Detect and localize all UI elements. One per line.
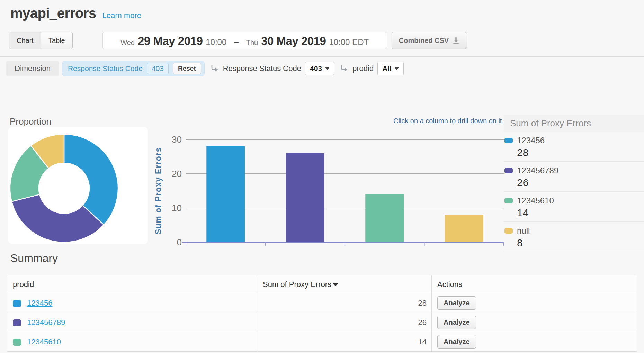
proxy-errors-bar-chart: 0102030Sum of Proxy Errors: [145, 116, 507, 249]
date-range-button[interactable]: Wed 29 May 2019 10:00 – Thu 30 May 2019 …: [102, 32, 387, 49]
column-header-actions: Actions: [432, 275, 637, 293]
ytick-label-0: 0: [177, 237, 182, 247]
row-value: 14: [257, 332, 432, 352]
chart-legend: Sum of Proxy Errors 123456 28 123456789 …: [504, 115, 644, 252]
legend-title: Sum of Proxy Errors: [504, 115, 644, 132]
legend-item: 123456789 26: [504, 162, 644, 192]
chevron-down-icon: [325, 67, 329, 70]
start-date: 29 May 2019: [138, 35, 203, 48]
analytics-dashboard: myapi_errors Learn more Chart Table Wed …: [0, 0, 644, 353]
prodid-link[interactable]: 12345610: [27, 337, 61, 346]
end-day: Thu: [246, 39, 258, 47]
summary-header-row: prodid Sum of Proxy Errors Actions: [7, 275, 637, 293]
active-filter-name: Response Status Code: [68, 64, 143, 73]
legend-item: 123456 28: [504, 132, 644, 162]
start-time: 10:00: [206, 37, 226, 47]
legend-color-chip: [504, 168, 513, 173]
drilldown-1-label: Response Status Code: [223, 64, 301, 73]
legend-item: null 8: [504, 222, 644, 252]
ytick-label-20: 20: [172, 169, 182, 179]
column-header-sum-of-proxy-errors[interactable]: Sum of Proxy Errors: [257, 275, 432, 293]
row-color-chip: [13, 339, 21, 346]
drilldown-arrow-icon: [340, 65, 348, 72]
analyze-button[interactable]: Analyze: [437, 316, 476, 329]
view-toggle: Chart Table: [9, 32, 73, 49]
end-date: 30 May 2019: [261, 35, 326, 48]
range-separator: –: [234, 37, 239, 47]
row-value: 26: [257, 313, 432, 332]
legend-value: 28: [517, 147, 644, 159]
column-header-prodid: prodid: [7, 275, 257, 293]
drilldown-arrow-icon: [211, 65, 218, 72]
title-row: myapi_errors Learn more: [10, 6, 141, 21]
chart-view-button[interactable]: Chart: [9, 32, 41, 49]
header-divider: [0, 56, 644, 57]
response-status-code-value: 403: [310, 64, 322, 73]
prodid-link[interactable]: 123456789: [27, 318, 65, 327]
table-row: 123456 28 Analyze: [7, 293, 637, 313]
ytick-label-10: 10: [172, 203, 182, 213]
legend-color-chip: [504, 138, 513, 143]
sort-desc-icon: [333, 283, 338, 286]
prodid-link[interactable]: 123456: [27, 299, 52, 307]
active-filter-value: 403: [147, 63, 169, 74]
row-color-chip: [13, 319, 21, 326]
legend-item: 12345610 14: [504, 192, 644, 222]
end-time: 10:00 EDT: [329, 37, 369, 47]
proportion-title: Proportion: [10, 116, 51, 127]
learn-more-link[interactable]: Learn more: [102, 11, 141, 20]
bar-123456[interactable]: [206, 146, 245, 242]
bar-12345610[interactable]: [365, 194, 404, 242]
legend-value: 14: [517, 207, 644, 219]
analyze-button[interactable]: Analyze: [437, 335, 476, 349]
reset-button[interactable]: Reset: [173, 63, 201, 74]
legend-color-chip: [504, 228, 513, 234]
table-row: 123456789 26 Analyze: [7, 313, 637, 332]
filter-row: Dimension Response Status Code 403 Reset…: [6, 61, 404, 76]
table-view-button[interactable]: Table: [41, 32, 72, 49]
legend-label: 12345610: [517, 196, 554, 206]
legend-label: 123456: [517, 136, 545, 145]
drilldown-2-label: prodid: [352, 64, 374, 73]
analyze-button[interactable]: Analyze: [437, 296, 476, 310]
prodid-select[interactable]: All: [377, 62, 404, 75]
bar-null[interactable]: [445, 215, 483, 242]
legend-value: 26: [517, 177, 644, 189]
ytick-label-30: 30: [172, 134, 182, 145]
controls-row: Chart Table Wed 29 May 2019 10:00 – Thu …: [9, 32, 467, 49]
legend-items: 123456 28 123456789 26 12345610 14 null …: [504, 132, 644, 252]
bar-123456789[interactable]: [286, 153, 324, 242]
donut-segment-123456: [64, 134, 118, 225]
legend-label: 123456789: [517, 166, 558, 175]
response-status-code-select[interactable]: 403: [305, 62, 334, 75]
proportion-donut-chart: [8, 127, 148, 244]
drilldown-hint: Click on a column to drill down on it.: [393, 117, 504, 125]
legend-color-chip: [504, 198, 513, 203]
combined-csv-label: Combined CSV: [399, 37, 449, 45]
active-filter-pill: Response Status Code 403 Reset: [62, 61, 205, 76]
dimension-label: Dimension: [6, 61, 59, 76]
combined-csv-button[interactable]: Combined CSV: [392, 32, 467, 49]
y-axis-label: Sum of Proxy Errors: [154, 147, 163, 234]
download-icon: [452, 37, 460, 44]
legend-value: 8: [517, 237, 644, 249]
start-day: Wed: [120, 39, 135, 47]
table-row: 12345610 14 Analyze: [7, 332, 637, 352]
legend-label: null: [517, 226, 530, 236]
summary-title: Summary: [10, 252, 58, 265]
prodid-select-value: All: [382, 64, 392, 73]
page-title: myapi_errors: [10, 6, 96, 21]
proportion-donut-panel: [8, 127, 148, 244]
row-color-chip: [13, 300, 21, 307]
chevron-down-icon: [395, 67, 399, 70]
row-value: 28: [257, 293, 432, 313]
summary-table: prodid Sum of Proxy Errors Actions 12345…: [7, 275, 637, 352]
